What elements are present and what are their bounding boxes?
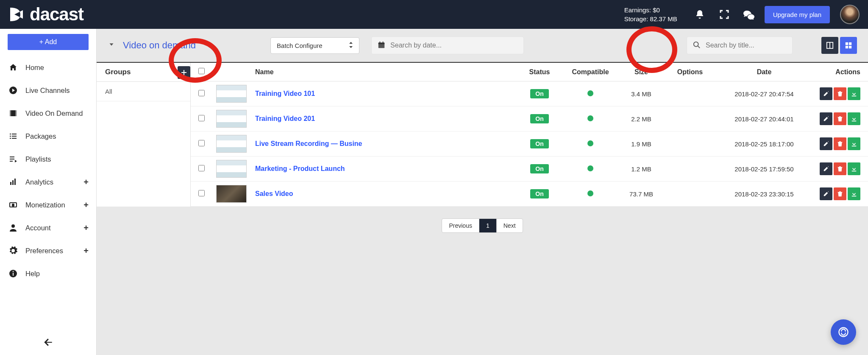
search-by-date[interactable] bbox=[371, 36, 524, 54]
video-thumbnail[interactable] bbox=[216, 135, 247, 153]
sidebar-item-monetization[interactable]: $ Monetization + bbox=[0, 193, 96, 216]
delete-button[interactable] bbox=[834, 112, 846, 125]
edit-button[interactable] bbox=[820, 162, 832, 175]
svg-rect-11 bbox=[10, 159, 14, 159]
status-badge: On bbox=[530, 89, 548, 98]
row-checkbox[interactable] bbox=[198, 165, 205, 171]
account-stats: Earnings: $0 Storage: 82.37 MB bbox=[624, 6, 677, 23]
delete-button[interactable] bbox=[834, 137, 846, 150]
edit-button[interactable] bbox=[820, 137, 832, 150]
add-group-button[interactable] bbox=[178, 66, 190, 79]
upgrade-plan-button[interactable]: Upgrade my plan bbox=[765, 6, 830, 23]
groups-header: Groups bbox=[97, 63, 190, 82]
page-title[interactable]: Video on demand bbox=[108, 40, 196, 51]
search-date-input[interactable] bbox=[390, 42, 517, 49]
pagination-next[interactable]: Next bbox=[497, 219, 523, 232]
compatible-indicator bbox=[587, 90, 593, 96]
svg-rect-12 bbox=[10, 161, 13, 162]
row-checkbox[interactable] bbox=[198, 115, 205, 121]
sidebar-item-label: Preferences bbox=[25, 247, 63, 255]
date-cell: 2018-02-27 20:44:01 bbox=[715, 106, 813, 131]
search-title-input[interactable] bbox=[706, 42, 790, 49]
sidebar-item-analytics[interactable]: Analytics + bbox=[0, 171, 96, 193]
svg-rect-23 bbox=[378, 42, 384, 44]
svg-rect-24 bbox=[380, 41, 381, 43]
help-chat-button[interactable] bbox=[831, 319, 856, 345]
pagination-page-1[interactable]: 1 bbox=[479, 219, 497, 232]
svg-rect-25 bbox=[383, 41, 384, 43]
col-status: Status bbox=[516, 63, 563, 81]
svg-rect-9 bbox=[12, 138, 17, 139]
avatar[interactable] bbox=[840, 5, 860, 24]
content-table-wrap: Groups All Name Status Compa bbox=[97, 62, 868, 207]
video-name-link[interactable]: Training Video 101 bbox=[255, 90, 315, 97]
svg-rect-10 bbox=[10, 157, 14, 157]
video-thumbnail[interactable] bbox=[216, 110, 247, 128]
video-name-link[interactable]: Marketing - Product Launch bbox=[255, 165, 345, 172]
download-button[interactable] bbox=[848, 162, 860, 175]
sidebar-item-label: Live Channels bbox=[25, 87, 70, 95]
grid-view-button[interactable] bbox=[840, 37, 857, 54]
sidebar-item-label: Help bbox=[25, 270, 40, 278]
bell-icon[interactable] bbox=[694, 9, 705, 20]
sidebar-item-live-channels[interactable]: Live Channels bbox=[0, 79, 96, 102]
download-button[interactable] bbox=[848, 187, 860, 200]
batch-configure-select[interactable]: Batch Configure bbox=[270, 37, 359, 54]
collapse-sidebar-icon[interactable] bbox=[43, 337, 54, 351]
col-size: Size bbox=[618, 63, 665, 81]
status-badge: On bbox=[530, 114, 548, 123]
search-by-title[interactable] bbox=[687, 36, 793, 54]
size-cell: 1.9 MB bbox=[618, 131, 665, 157]
table-header-row: Name Status Compatible Size Options Date… bbox=[191, 63, 868, 81]
brand-logo[interactable]: dacast bbox=[8, 4, 83, 25]
sidebar-item-playlists[interactable]: Playlists bbox=[0, 148, 96, 171]
edit-button[interactable] bbox=[820, 87, 832, 100]
group-item-all[interactable]: All bbox=[97, 82, 190, 101]
date-cell: 2018-02-25 17:59:50 bbox=[715, 157, 813, 182]
table-row: Marketing - Product Launch On 1.2 MB 201… bbox=[191, 157, 868, 182]
dollar-icon: $ bbox=[8, 200, 18, 210]
video-thumbnail[interactable] bbox=[216, 85, 247, 103]
svg-rect-33 bbox=[849, 46, 851, 48]
download-button[interactable] bbox=[848, 87, 860, 100]
sidebar-item-vod[interactable]: Video On Demand bbox=[0, 102, 96, 125]
row-checkbox[interactable] bbox=[198, 190, 205, 196]
main-content: Video on demand Batch Configure bbox=[97, 29, 868, 355]
pagination-prev[interactable]: Previous bbox=[442, 219, 479, 232]
sidebar-item-packages[interactable]: Packages bbox=[0, 125, 96, 148]
video-name-link[interactable]: Training Video 201 bbox=[255, 115, 315, 122]
user-icon bbox=[8, 223, 18, 232]
sidebar-item-label: Account bbox=[25, 224, 51, 232]
chat-icon[interactable] bbox=[743, 9, 754, 20]
compatible-indicator bbox=[587, 165, 593, 171]
videos-table: Name Status Compatible Size Options Date… bbox=[191, 63, 868, 207]
svg-rect-7 bbox=[12, 136, 17, 137]
download-button[interactable] bbox=[848, 112, 860, 125]
edit-button[interactable] bbox=[820, 187, 832, 200]
brand-name: dacast bbox=[30, 4, 83, 25]
date-cell: 2018-02-25 18:17:00 bbox=[715, 131, 813, 157]
svg-point-26 bbox=[694, 42, 698, 46]
sidebar-item-account[interactable]: Account + bbox=[0, 216, 96, 239]
video-name-link[interactable]: Live Stream Recording — Busine bbox=[255, 140, 362, 147]
play-circle-icon bbox=[8, 86, 18, 95]
download-button[interactable] bbox=[848, 137, 860, 150]
list-view-button[interactable] bbox=[821, 37, 838, 54]
sidebar-item-help[interactable]: Help bbox=[0, 262, 96, 285]
fullscreen-icon[interactable] bbox=[719, 9, 730, 20]
video-name-link[interactable]: Sales Video bbox=[255, 190, 293, 197]
select-all-checkbox[interactable] bbox=[198, 68, 205, 74]
add-button[interactable]: + Add bbox=[8, 34, 89, 50]
edit-button[interactable] bbox=[820, 112, 832, 125]
video-thumbnail[interactable] bbox=[216, 160, 247, 178]
row-checkbox[interactable] bbox=[198, 90, 205, 96]
top-nav: dacast Earnings: $0 Storage: 82.37 MB Up… bbox=[0, 0, 868, 29]
size-cell: 3.4 MB bbox=[618, 81, 665, 106]
sidebar-item-preferences[interactable]: Preferences + bbox=[0, 239, 96, 262]
delete-button[interactable] bbox=[834, 87, 846, 100]
row-checkbox[interactable] bbox=[198, 140, 205, 146]
sidebar-item-home[interactable]: Home bbox=[0, 56, 96, 79]
video-thumbnail[interactable] bbox=[216, 185, 247, 203]
delete-button[interactable] bbox=[834, 187, 846, 200]
delete-button[interactable] bbox=[834, 162, 846, 175]
